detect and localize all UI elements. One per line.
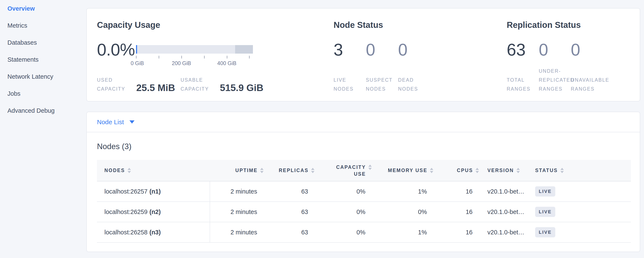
capacity-use-cell: 0% [314,181,372,202]
sidebar-item-advanced-debug[interactable]: Advanced Debug [0,102,86,119]
status-badge: LIVE [535,186,555,197]
capacity-bar [136,45,253,54]
status-cell: LIVE [529,202,631,222]
uptime-cell: 2 minutes [210,202,264,222]
table-row[interactable]: localhost:26257(n1) 2 minutes 63 0% 1% 1… [97,181,631,202]
suspect-nodes-count: 0 [366,42,398,58]
dead-nodes-label: DEAD NODES [398,75,430,93]
axis-label-0gib: 0 GiB [131,60,144,66]
capacity-usage-title: Capacity Usage [97,20,334,30]
table-row[interactable]: localhost:26258(n3) 2 minutes 63 0% 1% 1… [97,222,631,242]
node-status-title: Node Status [334,20,507,30]
memory-use-cell: 1% [372,181,433,202]
under-replicated-ranges-count: 0 [539,42,571,58]
capacity-bar-used-segment [136,45,137,54]
replication-status-section: Replication Status 63 0 0 TOTAL RANGES U… [507,20,630,93]
memory-use-cell: 1% [372,222,433,242]
node-status-values: 3 0 0 [334,42,507,58]
sidebar-item-databases[interactable]: Databases [0,34,86,51]
suspect-nodes-label: SUSPECT NODES [366,75,398,93]
status-badge: LIVE [535,207,555,217]
usable-capacity-value: 515.9 GiB [220,83,263,93]
capacity-bar-other-segment [235,45,253,54]
sidebar-item-metrics[interactable]: Metrics [0,17,86,34]
version-cell: v20.1.0-bet… [479,222,529,242]
capacity-axis-ticks [136,56,253,59]
nodes-table: NODES UPTIME REPLICAS CAPACITY USE [97,160,631,243]
node-list-card: Node List Nodes (3) NODES [86,112,640,252]
sort-icon [311,168,314,173]
replicas-cell: 63 [264,222,314,242]
replication-status-labels: TOTAL RANGES UNDER- REPLICATED RANGES UN… [507,67,630,93]
column-header-version[interactable]: VERSION [479,160,529,181]
cluster-summary-card: Capacity Usage 0.0% [86,8,640,101]
version-cell: v20.1.0-bet… [479,181,529,202]
node-list-dropdown-label: Node List [97,118,124,126]
capacity-axis-labels: 0 GiB 200 GiB 400 GiB [136,60,253,67]
uptime-cell: 2 minutes [210,181,264,202]
total-ranges-count: 63 [507,42,539,58]
column-header-memory-use[interactable]: MEMORY USE [372,160,433,181]
replication-status-values: 63 0 0 [507,42,630,58]
cpus-cell: 16 [433,222,479,242]
capacity-use-cell: 0% [314,222,372,242]
live-nodes-label: LIVE NODES [334,75,366,93]
unavailable-ranges-label: UNAVAILABLE RANGES [571,75,603,93]
sidebar: Overview Metrics Databases Statements Ne… [0,0,86,258]
status-cell: LIVE [529,181,631,202]
dead-nodes-count: 0 [398,42,430,58]
sort-icon [476,168,479,173]
column-header-capacity-use[interactable]: CAPACITY USE [314,160,372,181]
memory-use-cell: 0% [372,202,433,222]
unavailable-ranges-count: 0 [571,42,603,58]
sidebar-item-jobs[interactable]: Jobs [0,85,86,102]
capacity-usage-section: Capacity Usage 0.0% [97,20,334,93]
sort-icon [128,168,131,173]
sidebar-item-network-latency[interactable]: Network Latency [0,68,86,85]
sort-icon [368,165,372,170]
sort-icon [260,168,264,173]
total-ranges-label: TOTAL RANGES [507,75,539,93]
table-header-row: NODES UPTIME REPLICAS CAPACITY USE [97,160,631,181]
column-header-replicas[interactable]: REPLICAS [264,160,314,181]
status-cell: LIVE [529,222,631,242]
sidebar-item-statements[interactable]: Statements [0,51,86,68]
node-address-cell[interactable]: localhost:26257(n1) [97,181,210,202]
nodes-table-section: Nodes (3) NODES UPTIME [87,132,640,243]
node-status-labels: LIVE NODES SUSPECT NODES DEAD NODES [334,75,507,93]
table-row[interactable]: localhost:26259(n2) 2 minutes 63 0% 0% 1… [97,202,631,222]
sort-icon [560,168,564,173]
usable-capacity-stat: USABLE CAPACITY 515.9 GiB [180,75,263,93]
replicas-cell: 63 [264,202,314,222]
sort-icon [430,168,433,173]
cpus-cell: 16 [433,181,479,202]
under-replicated-ranges-label: UNDER- REPLICATED RANGES [539,67,571,93]
cpus-cell: 16 [433,202,479,222]
sort-icon [516,168,520,173]
node-address-cell[interactable]: localhost:26258(n3) [97,222,210,242]
axis-label-200gib: 200 GiB [172,60,191,66]
nodes-table-title: Nodes (3) [97,142,631,151]
column-header-cpus[interactable]: CPUS [433,160,479,181]
column-header-nodes[interactable]: NODES [97,160,210,181]
capacity-bar-chart: 0 GiB 200 GiB 400 GiB [136,42,253,67]
capacity-usage-chart: 0.0% [97,42,334,67]
version-cell: v20.1.0-bet… [479,202,529,222]
node-list-dropdown[interactable]: Node List [87,112,640,132]
usable-capacity-label: USABLE CAPACITY [180,75,209,93]
chevron-down-icon [130,120,134,123]
main-content: Capacity Usage 0.0% [86,0,644,258]
capacity-stats: USED CAPACITY 25.5 MiB USABLE CAPACITY 5… [97,75,334,93]
column-header-status[interactable]: STATUS [529,160,631,181]
column-header-uptime[interactable]: UPTIME [210,160,264,181]
axis-label-400gib: 400 GiB [217,60,236,66]
sidebar-item-overview[interactable]: Overview [0,0,86,17]
used-capacity-label: USED CAPACITY [97,75,125,93]
app-root: Overview Metrics Databases Statements Ne… [0,0,644,258]
node-status-section: Node Status 3 0 0 LIVE NODES SUSPECT NOD… [334,20,507,93]
node-address-cell[interactable]: localhost:26259(n2) [97,202,210,222]
capacity-use-cell: 0% [314,202,372,222]
replication-status-title: Replication Status [507,20,630,30]
used-capacity-value: 25.5 MiB [136,83,175,93]
capacity-used-percent: 0.0% [97,42,136,58]
